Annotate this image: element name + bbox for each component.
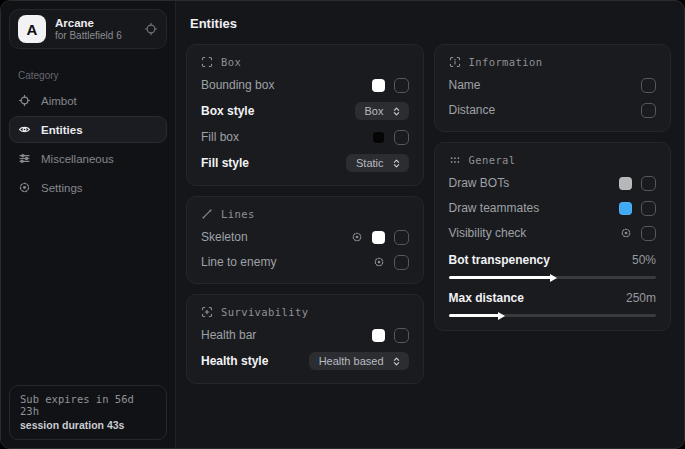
sidebar: A Arcane for Battlefield 6 Category Aimb… <box>1 1 176 448</box>
card-title: Box <box>221 56 241 68</box>
checkbox-distance[interactable] <box>641 103 656 118</box>
sidebar-item-miscellaneous[interactable]: Miscellaneous <box>9 145 167 172</box>
card-column: BoxBounding boxBox styleBoxFill boxFill … <box>186 44 424 394</box>
sidebar-nav: AimbotEntitiesMiscellaneousSettings <box>1 85 175 203</box>
color-swatch[interactable] <box>619 202 632 215</box>
card-title: General <box>469 154 516 166</box>
line-icon <box>201 208 213 220</box>
checkbox-name[interactable] <box>641 78 656 93</box>
slider-value: 50% <box>632 253 656 267</box>
card-title: Information <box>469 56 543 68</box>
setting-label: Max distance <box>449 291 524 305</box>
slider-thumb[interactable] <box>550 274 557 282</box>
color-swatch[interactable] <box>372 131 385 144</box>
information-icon <box>449 56 461 68</box>
setting-row-name: Name <box>449 77 657 93</box>
checkbox-skeleton[interactable] <box>394 230 409 245</box>
slider-thumb[interactable] <box>498 312 505 320</box>
setting-row-visibility-check: Visibility check <box>449 225 657 241</box>
sidebar-item-entities[interactable]: Entities <box>9 116 167 143</box>
app-name: Arcane <box>55 16 135 30</box>
card-header: Box <box>201 56 409 68</box>
setting-label: Health bar <box>201 328 256 342</box>
card-column: InformationNameDistanceGeneralDraw BOTsD… <box>434 44 672 341</box>
setting-row-fill-box: Fill box <box>201 129 409 145</box>
setting-label: Line to enemy <box>201 255 276 269</box>
chevrons-up-down-icon <box>391 158 402 169</box>
dropdown-box-style[interactable]: Box <box>355 102 409 120</box>
card-header: Lines <box>201 208 409 220</box>
slider-value: 250m <box>626 291 656 305</box>
card-title: Lines <box>221 208 255 220</box>
app-header-card: A Arcane for Battlefield 6 <box>9 9 167 49</box>
setting-row-draw-bots: Draw BOTs <box>449 175 657 191</box>
setting-row-max-distance: Max distance250m <box>449 290 657 317</box>
card-information: InformationNameDistance <box>434 44 672 132</box>
sidebar-item-settings[interactable]: Settings <box>9 174 167 201</box>
card-header: Survivability <box>201 306 409 318</box>
color-swatch[interactable] <box>372 79 385 92</box>
color-swatch[interactable] <box>619 177 632 190</box>
dropdown-value: Box <box>365 105 384 117</box>
entities-eye-icon <box>18 123 31 136</box>
app-subtitle: for Battlefield 6 <box>55 30 135 43</box>
sidebar-item-label: Settings <box>41 182 83 194</box>
setting-label: Skeleton <box>201 230 248 244</box>
setting-row-bounding-box: Bounding box <box>201 77 409 93</box>
setting-label: Name <box>449 78 481 92</box>
main-panel: Entities BoxBounding boxBox styleBoxFill… <box>176 1 684 448</box>
miscellaneous-sliders-icon <box>18 152 31 165</box>
chevrons-up-down-icon <box>391 356 402 367</box>
setting-row-fill-style: Fill styleStatic <box>201 154 409 172</box>
color-swatch[interactable] <box>372 329 385 342</box>
card-lines: LinesSkeletonLine to enemy <box>186 196 424 284</box>
setting-label: Fill style <box>201 156 249 170</box>
card-survivability: SurvivabilityHealth barHealth styleHealt… <box>186 294 424 384</box>
card-header: General <box>449 154 657 166</box>
setting-label: Draw teammates <box>449 201 540 215</box>
checkbox-draw-bots[interactable] <box>641 176 656 191</box>
dropdown-health-style[interactable]: Health based <box>309 352 409 370</box>
setting-row-box-style: Box styleBox <box>201 102 409 120</box>
sidebar-item-label: Entities <box>41 124 83 136</box>
aimbot-crosshair-icon <box>18 94 31 107</box>
page-title: Entities <box>190 16 671 31</box>
sidebar-item-label: Aimbot <box>41 95 77 107</box>
checkbox-visibility-check[interactable] <box>641 226 656 241</box>
color-swatch[interactable] <box>372 231 385 244</box>
setting-row-draw-teammates: Draw teammates <box>449 200 657 216</box>
card-title: Survivability <box>221 306 308 318</box>
checkbox-line-to-enemy[interactable] <box>394 255 409 270</box>
dropdown-fill-style[interactable]: Static <box>346 154 409 172</box>
chevrons-up-down-icon <box>391 106 402 117</box>
checkbox-draw-teammates[interactable] <box>641 201 656 216</box>
subscription-box: Sub expires in 56d 23h session duration … <box>9 385 167 440</box>
general-grid-icon <box>449 154 461 166</box>
setting-row-distance: Distance <box>449 102 657 118</box>
dropdown-value: Health based <box>319 355 384 367</box>
checkbox-fill-box[interactable] <box>394 130 409 145</box>
app-window: A Arcane for Battlefield 6 Category Aimb… <box>0 0 685 449</box>
setting-label: Box style <box>201 104 254 118</box>
dropdown-value: Static <box>356 157 384 169</box>
gear-icon[interactable] <box>620 227 632 239</box>
gear-icon[interactable] <box>373 256 385 268</box>
app-logo-initial: A <box>27 21 38 38</box>
setting-row-skeleton: Skeleton <box>201 229 409 245</box>
crosshair-icon[interactable] <box>144 22 158 36</box>
slider-bot-transpenency[interactable] <box>449 276 657 279</box>
sidebar-item-aimbot[interactable]: Aimbot <box>9 87 167 114</box>
gear-icon[interactable] <box>351 231 363 243</box>
setting-label: Bot transpenency <box>449 253 550 267</box>
app-logo: A <box>18 15 46 43</box>
slider-max-distance[interactable] <box>449 314 657 317</box>
checkbox-health-bar[interactable] <box>394 328 409 343</box>
cards-area: BoxBounding boxBox styleBoxFill boxFill … <box>186 44 671 394</box>
setting-label: Bounding box <box>201 78 274 92</box>
survivability-cross-icon <box>201 306 213 318</box>
subscription-expiry: Sub expires in 56d 23h <box>20 393 156 417</box>
session-duration: session duration 43s <box>20 419 156 431</box>
setting-row-health-style: Health styleHealth based <box>201 352 409 370</box>
checkbox-bounding-box[interactable] <box>394 78 409 93</box>
card-box: BoxBounding boxBox styleBoxFill boxFill … <box>186 44 424 186</box>
